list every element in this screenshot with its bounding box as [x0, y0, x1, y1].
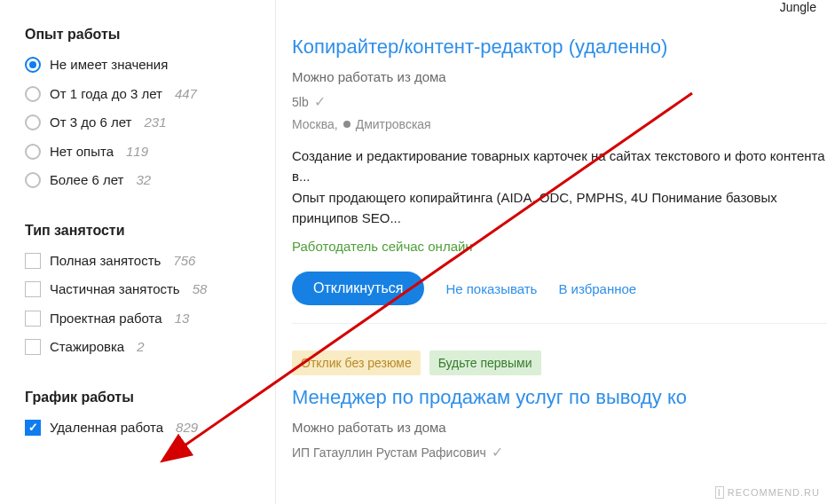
watermark-text: RECOMMEND.RU — [728, 487, 820, 498]
filter-sidebar: Опыт работы Не имеет значения От 1 года … — [0, 0, 275, 504]
job-card: Отклик без резюме Будьте первыми Менедже… — [292, 324, 827, 485]
hide-link[interactable]: Не показывать — [445, 281, 537, 296]
radio-option-1-3[interactable]: От 1 года до 3 лет 447 — [25, 84, 257, 105]
watermark: I RECOMMEND.RU — [715, 486, 820, 499]
job-company: 5lb ✓ — [292, 93, 827, 110]
filter-heading-employment: Тип занятости — [25, 223, 257, 239]
location-metro: Дмитровская — [356, 117, 431, 131]
checkbox-option-project[interactable]: Проектная работа 13 — [25, 309, 257, 329]
checkbox-option-intern[interactable]: Стажировка 2 — [25, 337, 257, 358]
option-count: 2 — [137, 337, 144, 358]
job-description: Создание и редактирование товарных карто… — [292, 146, 827, 228]
employer-online-status: Работодатель сейчас онлайн — [292, 239, 473, 254]
option-count: 32 — [136, 170, 151, 191]
job-actions: Откликнуться Не показывать В избранное — [292, 272, 827, 305]
radio-option-none[interactable]: Нет опыта 119 — [25, 142, 257, 162]
company-name: ИП Гатауллин Рустам Рафисович — [292, 445, 486, 460]
verified-icon: ✓ — [492, 444, 503, 461]
job-company: ИП Гатауллин Рустам Рафисович ✓ — [292, 444, 827, 461]
checkbox-icon — [25, 253, 41, 269]
filter-section-schedule: График работы Удаленная работа 829 — [25, 390, 257, 438]
option-count: 447 — [175, 84, 197, 105]
favorite-link[interactable]: В избранное — [558, 281, 636, 296]
filter-section-employment: Тип занятости Полная занятость 756 Части… — [25, 223, 257, 358]
job-card: Копирайтер/контент-редактор (удаленно) М… — [292, 0, 827, 324]
option-label: Не имеет значения — [50, 55, 168, 75]
job-tags: Отклик без резюме Будьте первыми — [292, 350, 827, 375]
checkbox-icon — [25, 281, 41, 297]
filter-heading-experience: Опыт работы — [25, 27, 257, 43]
job-location: Москва, Дмитровская — [292, 117, 827, 131]
option-count: 829 — [176, 418, 198, 438]
company-name: 5lb — [292, 95, 309, 109]
radio-icon — [25, 114, 41, 130]
radio-icon — [25, 172, 41, 188]
option-label: Проектная работа — [50, 309, 162, 329]
radio-option-6plus[interactable]: Более 6 лет 32 — [25, 170, 257, 191]
job-subtitle: Можно работать из дома — [292, 69, 827, 84]
results-list: Jungle Копирайтер/контент-редактор (удал… — [275, 0, 827, 504]
radio-icon — [25, 57, 41, 73]
option-count: 58 — [193, 280, 208, 300]
radio-option-no-matter[interactable]: Не имеет значения — [25, 55, 257, 75]
option-label: От 1 года до 3 лет — [50, 84, 162, 105]
checkbox-icon — [25, 420, 41, 436]
option-label: Стажировка — [50, 337, 124, 358]
job-subtitle: Можно работать из дома — [292, 420, 827, 435]
company-logo-text: Jungle — [780, 0, 816, 14]
checkbox-option-remote[interactable]: Удаленная работа 829 — [25, 418, 257, 438]
option-count: 119 — [126, 142, 148, 162]
option-count: 756 — [173, 251, 195, 272]
option-label: Частичная занятость — [50, 280, 180, 300]
tag-no-resume: Отклик без резюме — [292, 350, 421, 375]
option-count: 13 — [175, 309, 190, 329]
radio-icon — [25, 144, 41, 160]
verified-icon: ✓ — [314, 93, 326, 110]
option-label: Удаленная работа — [50, 418, 163, 438]
checkbox-option-fulltime[interactable]: Полная занятость 756 — [25, 251, 257, 272]
option-label: Нет опыта — [50, 142, 114, 162]
option-label: От 3 до 6 лет — [50, 113, 131, 133]
option-label: Более 6 лет — [50, 170, 123, 191]
metro-dot-icon — [343, 121, 350, 128]
checkbox-icon — [25, 339, 41, 355]
radio-option-3-6[interactable]: От 3 до 6 лет 231 — [25, 113, 257, 133]
option-label: Полная занятость — [50, 251, 161, 272]
job-title-link[interactable]: Копирайтер/контент-редактор (удаленно) — [292, 35, 667, 59]
tag-be-first: Будьте первыми — [429, 350, 541, 375]
watermark-badge: I — [715, 486, 724, 499]
radio-icon — [25, 86, 41, 102]
option-count: 231 — [144, 113, 166, 133]
apply-button[interactable]: Откликнуться — [292, 272, 424, 305]
filter-heading-schedule: График работы — [25, 390, 257, 406]
checkbox-icon — [25, 311, 41, 327]
filter-section-experience: Опыт работы Не имеет значения От 1 года … — [25, 27, 257, 191]
checkbox-option-parttime[interactable]: Частичная занятость 58 — [25, 280, 257, 300]
location-city: Москва, — [292, 117, 338, 131]
job-title-link[interactable]: Менеджер по продажам услуг по выводу ко — [292, 386, 687, 409]
